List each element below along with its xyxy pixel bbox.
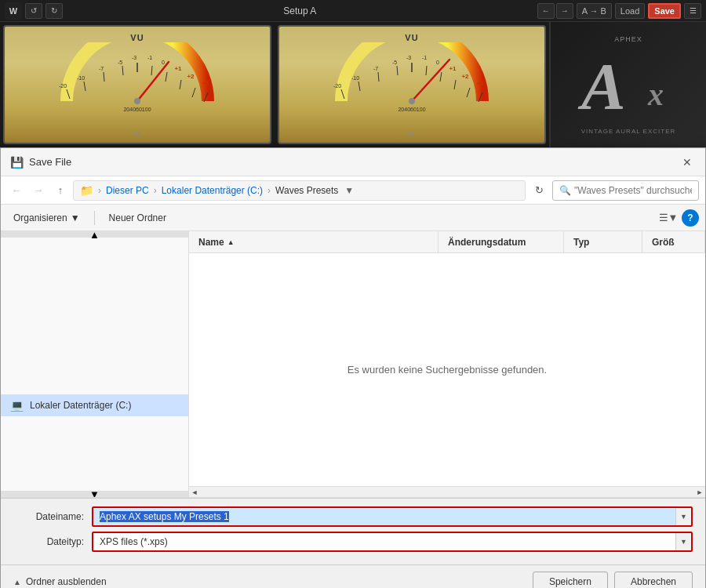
file-list-header: Name ▲ Änderungsdatum Typ Größ [189,231,705,253]
toggle-icon: ▲ [13,578,21,586]
sidebar-scroll-up[interactable]: ▲ [1,231,188,238]
save-button[interactable]: Save [648,3,681,19]
svg-text:-5: -5 [118,60,122,65]
header-col-size[interactable]: Größ [642,231,705,252]
svg-text:-3: -3 [406,55,411,60]
file-list-content: Es wurden keine Suchergebnisse gefunden. [189,253,705,486]
svg-text:+1: +1 [449,65,457,72]
vu-meter-right: VU [278,25,546,144]
col-name-sort: ▲ [227,238,235,246]
breadcrumb-bar: ← → ↑ 📁 › Dieser PC › Lokaler Datenträge… [1,176,705,205]
speichern-button[interactable]: Speichern [533,572,608,588]
breadcrumb-up-button[interactable]: ↑ [51,181,70,200]
svg-text:-7: -7 [99,66,104,71]
svg-text:0: 0 [162,60,165,65]
breadcrumb-dieser-pc[interactable]: Dieser PC [106,185,149,196]
search-input[interactable] [574,185,692,196]
toggle-folders-button[interactable]: ▲ Ordner ausblenden [13,576,107,587]
sidebar-scroll-area: 💻 Lokaler Datenträger (C:) [1,238,188,491]
svg-text:-1: -1 [147,55,152,60]
file-list-area: Name ▲ Änderungsdatum Typ Größ Es wurden… [189,231,705,497]
svg-line-3 [122,66,123,75]
scroll-left-button[interactable]: ◄ [189,487,200,498]
sidebar-drive-icon: 💻 [10,399,24,412]
waves-logo: W [5,2,22,20]
vu-numbers-right: 204060100 [395,107,428,112]
filetype-value: XPS files (*.xps) [93,533,675,550]
filename-dropdown-button[interactable]: ▼ [675,508,691,525]
dialog-close-button[interactable]: ✕ [679,154,696,171]
abbrechen-button[interactable]: Abbrechen [614,572,693,588]
svg-text:+2: +2 [461,73,469,80]
svg-text:-7: -7 [373,66,378,71]
sidebar-scroll-down[interactable]: ▼ [1,491,188,497]
breadcrumb-waves-presets: Waves Presets [275,185,338,196]
svg-line-6 [166,72,167,82]
header-col-date[interactable]: Änderungsdatum [439,231,564,252]
svg-line-5 [151,66,152,75]
svg-line-23 [358,82,360,91]
header-col-name[interactable]: Name ▲ [189,231,439,252]
svg-text:-20: -20 [59,83,67,89]
filetype-label: Dateityp: [13,536,84,547]
new-folder-label: Neuer Ordner [109,212,166,223]
sidebar-item-local-drive[interactable]: 💻 Lokaler Datenträger (C:) [1,394,188,416]
svg-line-25 [397,66,398,75]
svg-text:0: 0 [436,60,439,65]
new-folder-button[interactable]: Neuer Ordner [103,210,173,226]
breadcrumb-sep-3: › [267,185,271,196]
breadcrumb-refresh-button[interactable]: ↻ [529,180,549,201]
redo-button[interactable]: ↻ [45,3,63,19]
filetype-row: Dateityp: XPS files (*.xps) ▼ [13,532,693,552]
filetype-dropdown-button[interactable]: ▼ [675,533,691,550]
aphex-logo-area: APHEX A x VINTAGE AURAL EXCITER [549,22,706,147]
svg-line-28 [440,72,442,82]
svg-point-43 [409,98,415,104]
vu-meters: VU [0,22,549,147]
vu-label-left: VU [130,33,144,42]
view-toggle-button[interactable]: ☰ ▼ [658,208,679,228]
breadcrumb-folder-icon: 📁 [80,184,93,197]
header-col-type[interactable]: Typ [564,231,642,252]
undo-button[interactable]: ↺ [25,3,42,19]
svg-line-24 [378,72,379,82]
horizontal-scrollbar[interactable]: ◄ ► [189,486,705,497]
svg-line-7 [180,80,181,89]
breadcrumb-dropdown-button[interactable]: ▼ [341,183,357,198]
scroll-right-button[interactable]: ► [694,487,705,498]
svg-line-20 [137,62,169,101]
filetype-select-container: XPS files (*.xps) ▼ [92,532,693,552]
form-area: Dateiname: ▼ Dateityp: XPS files (*.xps)… [1,498,705,564]
svg-line-2 [104,72,104,82]
plugin-area: VU [0,22,706,147]
svg-text:-5: -5 [392,60,397,65]
svg-text:+3: +3 [202,80,209,87]
svg-text:-3: -3 [132,55,136,60]
filename-label: Dateiname: [13,511,84,522]
aphex-subtitle: VINTAGE AURAL EXCITER [581,128,676,135]
svg-line-42 [412,60,449,101]
breadcrumb-forward-button[interactable]: → [29,181,48,200]
dialog-title-text: Save File [29,156,679,168]
toggle-label: Ordner ausblenden [26,576,107,587]
file-browser: ▲ 💻 Lokaler Datenträger (C:) ▼ Name ▲ [1,231,705,498]
search-icon: 🔍 [559,185,571,196]
nav-forward-button[interactable]: → [556,3,573,19]
breadcrumb-laufwerk-c[interactable]: Lokaler Datenträger (C:) [162,185,263,196]
breadcrumb-back-button[interactable]: ← [7,181,26,200]
load-button[interactable]: Load [615,3,645,19]
col-type-label: Typ [573,237,589,248]
nav-back-button[interactable]: ← [537,3,555,19]
waves-logo-left: W [133,130,142,138]
ab-button[interactable]: A → B [577,3,612,19]
help-button[interactable]: ? [682,209,699,227]
menu-button[interactable]: ☰ [684,3,701,19]
scroll-track[interactable] [200,487,694,498]
svg-text:+2: +2 [187,73,195,80]
svg-line-1 [84,82,86,91]
view-arrow: ▼ [668,212,679,223]
breadcrumb-sep-1: › [98,185,101,196]
filename-input[interactable] [93,508,675,525]
organize-button[interactable]: Organisieren ▼ [7,210,86,226]
col-name-label: Name [198,237,224,248]
